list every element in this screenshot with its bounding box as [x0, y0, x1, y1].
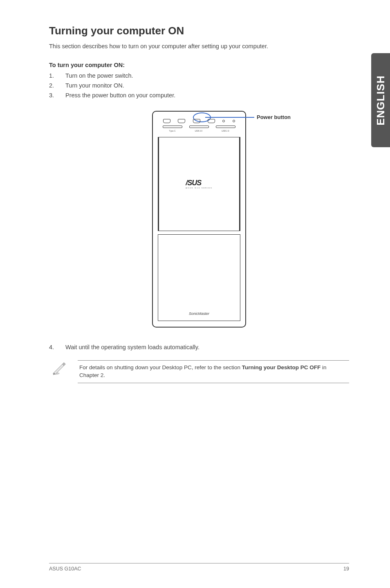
step-text: Press the power button on your computer. — [65, 92, 175, 99]
tower-front-panel: /SUS ASUS G10 SERIES — [158, 137, 240, 231]
pencil-note-icon — [51, 360, 66, 376]
asus-logo: /SUS — [186, 179, 212, 186]
callout-line-icon — [205, 117, 254, 118]
port-label: USB 3.0 — [195, 130, 202, 132]
usb-port-icon — [178, 119, 185, 123]
step-number: 3. — [49, 92, 65, 99]
step-text: Turn on the power switch. — [65, 72, 133, 79]
desktop-tower-illustration: Type-C USB 3.0 USB 2.0 /SUS ASUS G10 SER… — [152, 111, 246, 328]
card-slot-icon — [216, 126, 235, 128]
procedure-heading: To turn your computer ON: — [49, 62, 349, 68]
note-block: For details on shutting down your Deskto… — [49, 360, 349, 383]
note-bold: Turning your Desktop PC OFF — [242, 364, 321, 370]
procedure-steps: 1.Turn on the power switch. 2.Turn your … — [49, 72, 349, 99]
note-text: For details on shutting down your Deskto… — [78, 360, 349, 383]
step-text: Wait until the operating system loads au… — [65, 344, 199, 350]
step-item: 4. Wait until the operating system loads… — [49, 344, 349, 350]
language-tab: ENGLISH — [371, 53, 390, 147]
step-number: 1. — [49, 72, 65, 79]
computer-figure: Type-C USB 3.0 USB 2.0 /SUS ASUS G10 SER… — [49, 111, 349, 328]
svg-marker-1 — [54, 364, 64, 375]
intro-text: This section describes how to turn on yo… — [49, 43, 349, 49]
footer-model: ASUS G10AC — [49, 566, 81, 572]
page-footer: ASUS G10AC 19 — [49, 563, 349, 572]
port-label: Type-C — [169, 130, 175, 132]
callout-label: Power button — [257, 114, 291, 120]
step-number: 2. — [49, 82, 65, 89]
step-text: Turn your monitor ON. — [65, 82, 124, 89]
footer-page-number: 19 — [343, 566, 349, 572]
card-slot-icon — [189, 126, 209, 128]
note-prefix: For details on shutting down your Deskto… — [79, 364, 242, 370]
sonicmaster-label: SonicMaster — [189, 312, 209, 316]
language-tab-label: ENGLISH — [374, 75, 387, 126]
power-button-callout: Power button — [205, 114, 291, 120]
port-label: USB 2.0 — [222, 130, 229, 132]
step-item: 3.Press the power button on your compute… — [49, 92, 349, 99]
card-slot-icon — [163, 126, 182, 128]
step-item: 1.Turn on the power switch. — [49, 72, 349, 79]
step-item: 2.Turn your monitor ON. — [49, 82, 349, 89]
page-title: Turning your computer ON — [49, 25, 349, 37]
asus-logo-subtitle: ASUS G10 SERIES — [186, 187, 212, 189]
step-number: 4. — [49, 344, 65, 350]
tower-bottom-panel: SonicMaster — [158, 234, 240, 321]
usb-port-icon — [193, 119, 200, 123]
usb-port-icon — [163, 119, 170, 123]
